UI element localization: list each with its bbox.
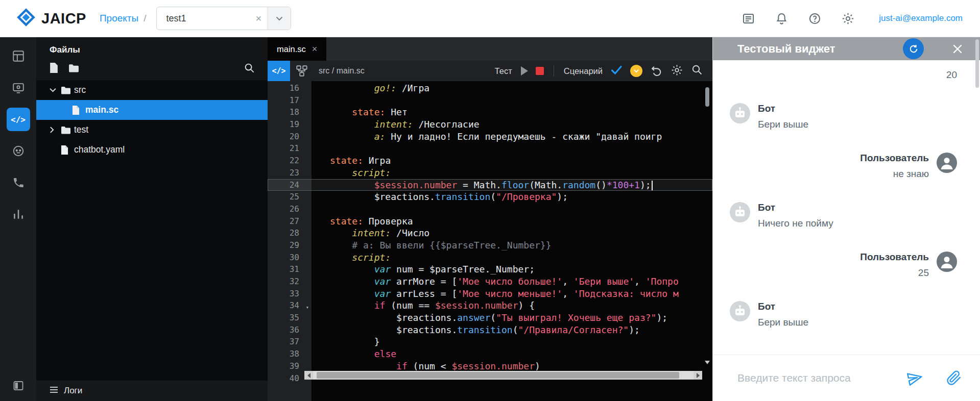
code-line[interactable]: 34▾ if (num == $session.number) { xyxy=(268,299,712,312)
code-text xyxy=(312,94,330,107)
chat-input[interactable] xyxy=(737,372,884,384)
code-line[interactable]: 30 script: xyxy=(268,252,712,264)
help-icon[interactable] xyxy=(807,11,822,26)
new-file-icon[interactable] xyxy=(50,63,58,75)
line-number: 25 xyxy=(268,191,312,203)
news-icon[interactable] xyxy=(741,11,755,26)
sidebar-item-dashboard[interactable] xyxy=(0,40,36,72)
editor-settings-gear-icon[interactable] xyxy=(671,64,683,79)
refresh-button[interactable] xyxy=(903,38,924,59)
code-line[interactable]: 29 # a: Вы ввели {{$parseTree._Number}} xyxy=(268,239,712,252)
horizontal-scroll-thumb[interactable] xyxy=(317,372,679,379)
tree-item-chatbot-yaml[interactable]: chatbot.yaml xyxy=(36,140,268,160)
chevron-down-icon[interactable] xyxy=(50,88,61,92)
code-text: state: Проверка xyxy=(312,215,413,228)
code-lines: 16 go!: /Игра1718 state: Нет19 intent: /… xyxy=(268,82,712,384)
close-icon xyxy=(951,43,964,55)
code-line[interactable]: 17 xyxy=(268,94,712,107)
code-line[interactable]: 36 $reactions.transition("/Правила/Согла… xyxy=(268,324,712,336)
code-line[interactable]: 20 a: Ну и ладно! Если передумаешь - ска… xyxy=(268,131,712,143)
sidebar-item-code-editor[interactable]: </> xyxy=(0,104,36,135)
logs-toggle[interactable]: Логи xyxy=(36,381,268,401)
user-avatar xyxy=(937,153,957,173)
flow-view-button[interactable] xyxy=(295,64,308,78)
new-folder-icon[interactable] xyxy=(68,64,79,74)
code-line[interactable]: 24 $session.number = Math.floor(Math.ran… xyxy=(268,179,712,191)
tab-close-icon[interactable]: × xyxy=(312,44,318,55)
scroll-left-arrow-icon[interactable] xyxy=(304,371,313,380)
scroll-right-arrow-icon[interactable] xyxy=(694,371,702,380)
sidebar-item-collapse[interactable] xyxy=(0,380,36,394)
tree-item-src[interactable]: src xyxy=(36,80,268,100)
line-number: 17 xyxy=(268,94,312,107)
code-line[interactable]: 26 xyxy=(268,203,712,215)
notifications-bell-icon[interactable] xyxy=(774,11,788,26)
code-line[interactable]: 28 intent: /Число xyxy=(268,227,712,239)
chevron-right-icon[interactable] xyxy=(50,127,61,133)
search-icon[interactable] xyxy=(244,62,255,76)
editor-vertical-scrollbar[interactable] xyxy=(705,87,709,107)
close-widget-button[interactable] xyxy=(951,43,964,55)
code-line[interactable]: 33 var arrLess = ['Мое число меньше!', '… xyxy=(268,288,712,300)
project-selector[interactable]: test1 × xyxy=(156,7,291,30)
run-icon[interactable] xyxy=(521,66,528,76)
send-icon[interactable] xyxy=(906,369,924,387)
project-selector-value: test1 xyxy=(157,13,250,24)
code-view-icon: </> xyxy=(272,66,285,76)
file-tree: srcmain.sctestchatbot.yaml xyxy=(36,80,268,381)
validate-check-icon[interactable] xyxy=(610,64,623,78)
message-author: Пользователь xyxy=(860,252,929,263)
bot-avatar xyxy=(730,103,750,123)
breadcrumb-projects[interactable]: Проекты xyxy=(100,13,138,24)
line-number: 31 xyxy=(268,263,312,275)
code-line[interactable]: 16 go!: /Игра xyxy=(268,82,712,94)
account-email[interactable]: just-ai@example.com xyxy=(879,13,963,23)
chat-scrollbar[interactable] xyxy=(975,39,979,88)
editor-horizontal-scrollbar[interactable] xyxy=(304,371,702,380)
editor-search-icon[interactable] xyxy=(691,64,703,78)
settings-gear-icon[interactable] xyxy=(841,11,855,26)
bot-message: БотНичего не пойму xyxy=(730,202,957,230)
deploy-icon[interactable] xyxy=(630,65,642,77)
telephony-icon xyxy=(7,171,30,194)
nav-rail: </> xyxy=(0,37,36,401)
code-line[interactable]: 37 } xyxy=(268,336,712,348)
undo-icon[interactable] xyxy=(650,64,663,79)
refresh-icon xyxy=(908,43,919,55)
attach-icon[interactable] xyxy=(946,370,962,386)
message-text: Ничего не пойму xyxy=(758,217,833,230)
code-line[interactable]: 21 xyxy=(268,142,712,155)
line-number: 29 xyxy=(268,239,312,252)
code-line[interactable]: 22state: Игра xyxy=(268,155,712,167)
code-text: script: xyxy=(312,252,391,264)
bot-message: БотБери выше xyxy=(730,301,957,329)
code-editor[interactable]: 16 go!: /Игра1718 state: Нет19 intent: /… xyxy=(268,81,712,401)
app-logo[interactable]: JAICP xyxy=(15,7,86,30)
code-line[interactable]: 18 state: Нет xyxy=(268,106,712,118)
code-line[interactable]: 23 script: xyxy=(268,167,712,179)
code-line[interactable]: 27state: Проверка xyxy=(268,215,712,228)
code-line[interactable]: 39 if (num < $session.number) xyxy=(268,360,712,372)
code-line[interactable]: 35 $reactions.answer("Ты выиграл! Хочешь… xyxy=(268,312,712,324)
sidebar-item-channels[interactable] xyxy=(0,72,36,104)
project-clear-button[interactable]: × xyxy=(250,13,267,24)
logs-label: Логи xyxy=(64,386,82,396)
message-text: Бери выше xyxy=(758,118,808,131)
scroll-down-arrow-icon[interactable] xyxy=(705,361,710,364)
sidebar-item-analytics[interactable] xyxy=(0,198,36,230)
code-line[interactable]: 19 intent: /Несогласие xyxy=(268,118,712,131)
code-text: if (num == $session.number) { xyxy=(312,299,535,312)
stop-icon[interactable] xyxy=(536,67,544,75)
tab-main-sc[interactable]: main.sc × xyxy=(268,37,326,61)
code-line[interactable]: 38 else xyxy=(268,348,712,360)
sidebar-item-telephony[interactable] xyxy=(0,167,36,198)
code-line[interactable]: 25 $reactions.transition("/Проверка"); xyxy=(268,191,712,203)
project-dropdown-button[interactable] xyxy=(267,7,291,30)
code-line[interactable]: 31 var num = $parseTree._Number; xyxy=(268,263,712,275)
code-line[interactable]: 32 var arrMore = ['Мое число больше!', '… xyxy=(268,275,712,288)
code-view-button[interactable]: </> xyxy=(268,61,290,81)
sidebar-item-bot[interactable] xyxy=(0,135,36,167)
tree-item-main-sc[interactable]: main.sc xyxy=(36,100,268,120)
files-panel-title: Файлы xyxy=(50,42,268,58)
tree-item-test[interactable]: test xyxy=(36,120,268,140)
